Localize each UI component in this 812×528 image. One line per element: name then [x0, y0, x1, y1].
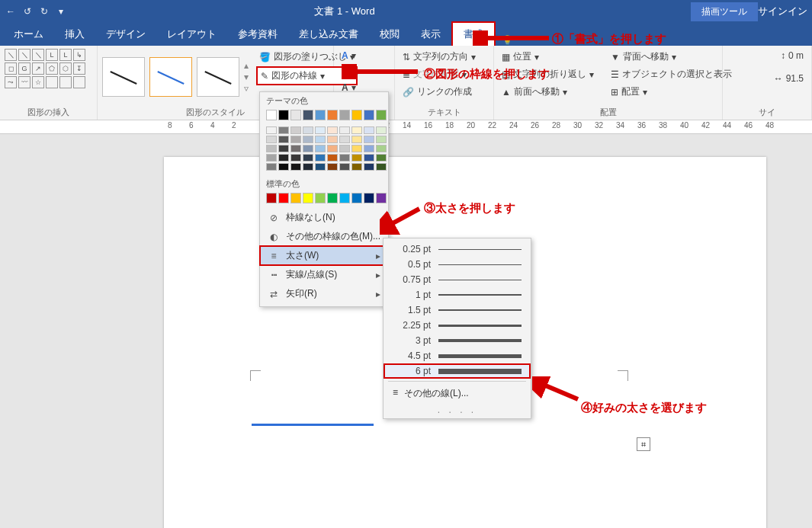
color-swatch[interactable] — [339, 154, 350, 162]
color-swatch[interactable] — [339, 145, 350, 152]
color-swatch[interactable] — [303, 193, 313, 203]
color-swatch[interactable] — [290, 193, 301, 203]
color-swatch[interactable] — [364, 145, 374, 152]
color-swatch[interactable] — [351, 136, 362, 143]
tab-mailings[interactable]: 差し込み文書 — [288, 23, 369, 46]
bring-forward-button[interactable]: ▲前面へ移動 ▾ — [499, 84, 597, 100]
color-swatch[interactable] — [303, 145, 313, 152]
shape-height[interactable]: ↕ 0 m — [778, 49, 807, 62]
color-swatch[interactable] — [364, 136, 374, 143]
color-swatch[interactable] — [376, 145, 387, 152]
color-swatch[interactable] — [278, 110, 289, 120]
color-swatch[interactable] — [315, 163, 326, 171]
tab-review[interactable]: 校閲 — [369, 23, 410, 46]
color-swatch[interactable] — [339, 126, 350, 134]
no-outline-item[interactable]: ⊘枠線なし(N) — [260, 208, 388, 227]
color-swatch[interactable] — [364, 154, 374, 162]
color-swatch[interactable] — [351, 145, 362, 152]
color-swatch[interactable] — [266, 110, 277, 120]
signin-link[interactable]: サインイン — [758, 5, 807, 18]
color-swatch[interactable] — [315, 145, 326, 152]
color-swatch[interactable] — [290, 126, 301, 134]
weight-option[interactable]: 6 pt — [384, 363, 531, 379]
color-swatch[interactable] — [303, 163, 313, 171]
color-swatch[interactable] — [351, 193, 362, 203]
tab-references[interactable]: 参考資料 — [227, 23, 288, 46]
dashes-item[interactable]: ┅実線/点線(S)▸ — [260, 265, 388, 284]
color-swatch[interactable] — [303, 110, 313, 120]
text-direction-button[interactable]: ⇅文字列の方向 ▾ — [400, 49, 489, 65]
style-swatch[interactable] — [102, 57, 145, 97]
selection-pane-button[interactable]: ☰オブジェクトの選択と表示 — [608, 66, 735, 82]
undo-icon[interactable]: ↺ — [21, 5, 34, 18]
selected-line-shape[interactable] — [252, 424, 374, 426]
color-swatch[interactable] — [315, 136, 326, 143]
layout-options-icon[interactable]: ⌗ — [637, 437, 650, 451]
more-lines-item[interactable]: ≡その他の線(L)... — [384, 384, 531, 403]
weight-option[interactable]: 0.75 pt — [384, 272, 531, 287]
color-swatch[interactable] — [290, 145, 301, 152]
color-swatch[interactable] — [290, 163, 301, 171]
color-swatch[interactable] — [364, 126, 374, 134]
color-swatch[interactable] — [376, 110, 387, 120]
color-swatch[interactable] — [303, 154, 313, 162]
gallery-down-icon[interactable]: ▾ — [244, 72, 249, 82]
theme-color-grid[interactable] — [260, 108, 388, 125]
wordart-fill[interactable]: A ▾ — [339, 49, 390, 62]
color-swatch[interactable] — [364, 193, 374, 203]
color-swatch[interactable] — [351, 163, 362, 171]
color-swatch[interactable] — [278, 145, 289, 152]
color-swatch[interactable] — [339, 136, 350, 143]
send-backward-button[interactable]: ▼背面へ移動 ▾ — [608, 49, 735, 65]
color-swatch[interactable] — [376, 154, 387, 162]
color-swatch[interactable] — [376, 126, 387, 134]
color-swatch[interactable] — [290, 154, 301, 162]
arrows-item[interactable]: ⇄矢印(R)▸ — [260, 284, 388, 303]
tab-design[interactable]: デザイン — [95, 23, 156, 46]
create-link-button[interactable]: 🔗リンクの作成 — [400, 84, 489, 100]
weight-option[interactable]: 1 pt — [384, 287, 531, 302]
back-icon[interactable]: ← — [5, 5, 17, 18]
gallery-more-icon[interactable]: ▿ — [244, 83, 249, 94]
color-swatch[interactable] — [327, 163, 338, 171]
align-button[interactable]: ⊞配置 ▾ — [608, 84, 735, 100]
color-swatch[interactable] — [278, 136, 289, 143]
color-swatch[interactable] — [339, 163, 350, 171]
color-swatch[interactable] — [376, 193, 387, 203]
color-swatch[interactable] — [327, 126, 338, 134]
more-colors-item[interactable]: ◐その他の枠線の色(M)... — [260, 227, 388, 246]
color-swatch[interactable] — [266, 136, 277, 143]
color-swatch[interactable] — [303, 136, 313, 143]
color-swatch[interactable] — [278, 126, 289, 134]
color-swatch[interactable] — [339, 193, 350, 203]
weight-option[interactable]: 4.5 pt — [384, 348, 531, 363]
color-swatch[interactable] — [278, 163, 289, 171]
color-swatch[interactable] — [364, 110, 374, 120]
color-swatch[interactable] — [266, 126, 277, 134]
color-swatch[interactable] — [266, 154, 277, 162]
color-swatch[interactable] — [327, 136, 338, 143]
color-swatch[interactable] — [315, 126, 326, 134]
weight-item[interactable]: ≡太さ(W)▸ — [260, 246, 388, 265]
color-swatch[interactable] — [290, 110, 301, 120]
color-swatch[interactable] — [315, 154, 326, 162]
color-swatch[interactable] — [364, 163, 374, 171]
color-swatch[interactable] — [376, 136, 387, 143]
color-swatch[interactable] — [266, 163, 277, 171]
color-swatch[interactable] — [266, 145, 277, 152]
color-swatch[interactable] — [339, 110, 350, 120]
qat-more-icon[interactable]: ▾ — [55, 5, 67, 18]
color-swatch[interactable] — [278, 193, 289, 203]
color-swatch[interactable] — [315, 110, 326, 120]
style-swatch[interactable] — [197, 57, 239, 97]
shape-width[interactable]: ↔ 91.5 — [771, 72, 807, 85]
color-swatch[interactable] — [376, 163, 387, 171]
weight-option[interactable]: 2.25 pt — [384, 318, 531, 333]
color-swatch[interactable] — [327, 110, 338, 120]
color-swatch[interactable] — [327, 145, 338, 152]
color-swatch[interactable] — [327, 193, 338, 203]
tab-view[interactable]: 表示 — [410, 23, 451, 46]
weight-option[interactable]: 3 pt — [384, 333, 531, 348]
color-swatch[interactable] — [266, 193, 277, 203]
weight-option[interactable]: 1.5 pt — [384, 302, 531, 318]
